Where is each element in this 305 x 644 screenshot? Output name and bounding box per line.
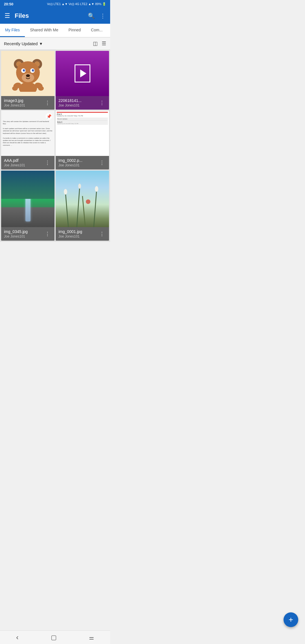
pin-icon: 📌 xyxy=(45,113,52,120)
file-menu-screenshot[interactable]: ⋮ xyxy=(98,158,106,167)
screenshot-content-preview: iPad A Updated by Joe Jones102 Today 7:5… xyxy=(56,111,109,156)
status-bar: 20:50 Vo)) LTE1 ▲▼ Vo)) 4G LTE2 ▲▼ 89% 🔋 xyxy=(0,0,110,8)
file-thumbnail-video xyxy=(56,51,109,96)
file-info-image3: image3.jpg Joe Jones101 xyxy=(4,98,44,107)
tab-shared-with-me[interactable]: Shared With Me xyxy=(25,24,63,37)
file-info-flowers: img_0001.jpg Joe Jones101 xyxy=(58,229,98,238)
filter-label: Recently Updated xyxy=(4,41,38,46)
svg-point-13 xyxy=(19,82,37,92)
file-item-waterfall[interactable]: img_0345.jpg Joe Jones101 ⋮ xyxy=(1,171,55,241)
file-label-flowers: img_0001.jpg Joe Jones101 ⋮ xyxy=(56,227,109,241)
svg-line-18 xyxy=(66,193,68,227)
svg-point-11 xyxy=(33,70,34,71)
tab-pinned[interactable]: Pinned xyxy=(64,24,86,37)
file-menu-waterfall[interactable]: ⋮ xyxy=(44,230,52,238)
file-owner-screenshot: Joe Jones101 xyxy=(58,163,98,167)
signal1-icon: ▲▼ xyxy=(62,2,68,6)
file-info-video: 220618141... Joe Jones101 xyxy=(58,98,98,107)
file-label-pdf: AAA.pdf Joe Jones101 ⋮ xyxy=(1,156,55,169)
file-info-screenshot: img_0002.p... Joe Jones101 xyxy=(58,158,98,167)
file-owner-flowers: Joe Jones101 xyxy=(58,234,98,238)
battery-level: 89% xyxy=(95,2,101,6)
search-icon[interactable]: 🔍 xyxy=(88,12,95,19)
svg-point-10 xyxy=(24,70,25,71)
battery-icon: 🔋 xyxy=(102,2,106,6)
file-owner-pdf: Joe Jones101 xyxy=(4,163,44,167)
file-item-pdf[interactable]: This story will contain the Updates comm… xyxy=(1,111,55,169)
files-grid: image3.jpg Joe Jones101 ⋮ 220618141... J… xyxy=(0,50,110,242)
svg-line-19 xyxy=(77,188,80,227)
file-menu-flowers[interactable]: ⋮ xyxy=(98,230,106,238)
file-item-screenshot[interactable]: iPad A Updated by Joe Jones102 Today 7:5… xyxy=(56,111,109,169)
pdf-content-preview: This story will contain the Updates comm… xyxy=(3,120,53,146)
svg-point-12 xyxy=(26,74,30,77)
file-name-pdf: AAA.pdf xyxy=(4,158,44,163)
file-name-screenshot: img_0002.p... xyxy=(58,158,98,163)
file-label-screenshot: img_0002.p... Joe Jones101 ⋮ xyxy=(56,156,109,169)
lte2-label: LTE2 xyxy=(80,2,87,6)
file-thumbnail-pdf: This story will contain the Updates comm… xyxy=(1,111,55,156)
more-icon[interactable]: ⋮ xyxy=(100,12,106,19)
file-item-video[interactable]: 220618141... Joe Jones101 ⋮ xyxy=(56,51,109,110)
tab-comments[interactable]: Com... xyxy=(86,24,108,37)
file-owner-waterfall: Joe Jones101 xyxy=(4,234,44,238)
sim-icon: Vo)) xyxy=(47,2,53,6)
file-label-video: 220618141... Joe Jones101 ⋮ xyxy=(56,96,109,110)
grid-view-icon[interactable]: ◫ xyxy=(93,40,98,47)
app-bar-actions: 🔍 ⋮ xyxy=(88,12,106,19)
status-icons: Vo)) LTE1 ▲▼ Vo)) 4G LTE2 ▲▼ 89% 🔋 xyxy=(47,2,106,6)
file-name-waterfall: img_0345.jpg xyxy=(4,229,44,234)
svg-point-25 xyxy=(86,199,90,204)
file-thumbnail-flowers xyxy=(56,171,109,227)
file-info-pdf: AAA.pdf Joe Jones101 xyxy=(4,158,44,167)
lte1-label: LTE1 xyxy=(54,2,61,6)
file-item-flowers[interactable]: img_0001.jpg Joe Jones101 ⋮ xyxy=(56,171,109,241)
status-time: 20:50 xyxy=(4,2,13,6)
svg-point-16 xyxy=(12,86,18,91)
file-owner-image3: Joe Jones101 xyxy=(4,103,44,107)
file-thumbnail-screenshot: iPad A Updated by Joe Jones102 Today 7:5… xyxy=(56,111,109,156)
svg-point-17 xyxy=(38,86,44,91)
filter-selector[interactable]: Recently Updated xyxy=(4,41,42,46)
file-menu-image3[interactable]: ⋮ xyxy=(44,99,52,107)
file-item-image3[interactable]: image3.jpg Joe Jones101 ⋮ xyxy=(1,51,55,110)
file-thumbnail-waterfall xyxy=(1,171,55,227)
file-info-waterfall: img_0345.jpg Joe Jones101 xyxy=(4,229,44,238)
file-name-flowers: img_0001.jpg xyxy=(58,229,98,234)
svg-point-23 xyxy=(78,184,81,189)
file-menu-pdf[interactable]: ⋮ xyxy=(44,158,52,167)
file-name-image3: image3.jpg xyxy=(4,98,44,103)
filter-bar: Recently Updated ◫ ☰ xyxy=(0,38,110,50)
sim2-icon: Vo)) xyxy=(69,2,74,6)
file-menu-video[interactable]: ⋮ xyxy=(98,99,106,107)
svg-line-20 xyxy=(82,196,85,227)
tab-bar: My Files Shared With Me Pinned Com... xyxy=(0,24,110,38)
file-name-video: 220618141... xyxy=(58,98,98,103)
app-title: Files xyxy=(15,12,88,19)
app-bar: ☰ Files 🔍 ⋮ xyxy=(0,8,110,24)
tab-my-files[interactable]: My Files xyxy=(0,24,25,37)
file-thumbnail-bear xyxy=(1,51,55,96)
list-view-icon[interactable]: ☰ xyxy=(102,40,106,47)
svg-point-24 xyxy=(95,186,98,192)
file-label-waterfall: img_0345.jpg Joe Jones101 ⋮ xyxy=(1,227,55,241)
file-label-image3: image3.jpg Joe Jones101 ⋮ xyxy=(1,96,55,110)
svg-point-22 xyxy=(64,189,67,195)
file-owner-video: Joe Jones101 xyxy=(58,103,98,107)
signal2-icon: ▲▼ xyxy=(88,2,94,6)
view-toggle: ◫ ☰ xyxy=(93,40,106,47)
chevron-down-icon xyxy=(39,41,42,46)
menu-icon[interactable]: ☰ xyxy=(5,12,10,19)
4g-label: 4G xyxy=(75,2,79,6)
svg-line-21 xyxy=(94,190,97,227)
